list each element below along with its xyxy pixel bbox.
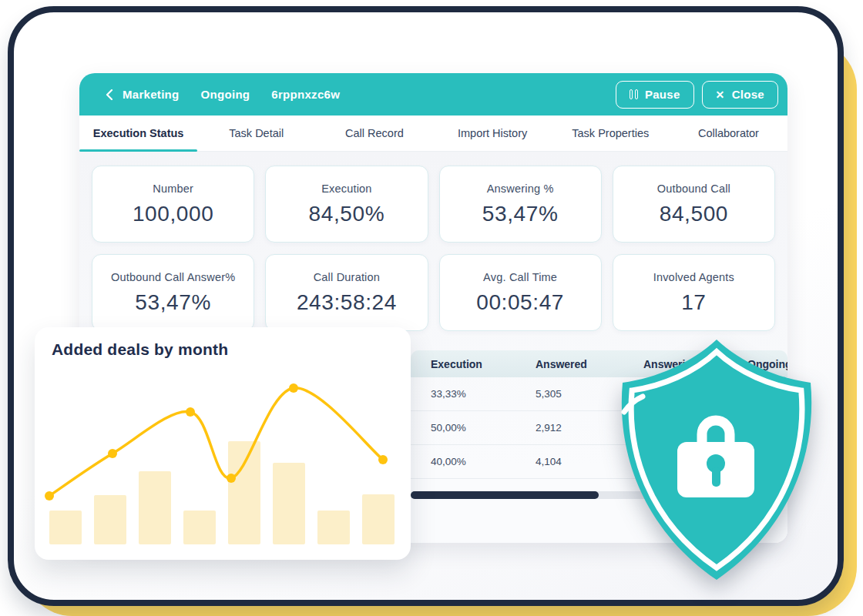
tab-bar: Execution Status Task Detail Call Record…	[79, 116, 787, 152]
tab-task-properties[interactable]: Task Properties	[552, 116, 670, 151]
tab-collaborator[interactable]: Collaborator	[670, 116, 787, 151]
chart-point	[108, 449, 117, 458]
chart-point	[45, 491, 54, 500]
close-button[interactable]: ✕ Close	[702, 81, 778, 109]
tab-task-detail[interactable]: Task Detail	[197, 116, 315, 151]
cell: 2,912	[515, 422, 623, 434]
scrollbar-thumb[interactable]	[411, 491, 599, 499]
pause-button[interactable]: Pause	[616, 81, 694, 109]
cell: 50,00%	[411, 422, 515, 434]
cell: 4,104	[515, 456, 623, 467]
stat-label: Outbound Call	[657, 182, 730, 195]
cell: 33,33%	[411, 388, 515, 400]
stat-label: Execution	[321, 182, 371, 195]
stat-card-execution: Execution 84,50%	[265, 166, 428, 243]
cell: 5,305	[515, 388, 623, 400]
task-id: 6rppnxzc6w	[271, 88, 340, 101]
col-answered: Answered	[515, 358, 623, 370]
stat-value: 00:05:47	[476, 290, 564, 315]
stat-label: Call Duration	[314, 271, 380, 283]
stat-value: 100,000	[133, 202, 213, 226]
header-actions: Pause ✕ Close	[616, 81, 781, 109]
tab-execution-status[interactable]: Execution Status	[79, 116, 197, 151]
shield-lock-icon	[611, 336, 822, 583]
stat-card-outbound-answer: Outbound Call Answer% 53,47%	[92, 254, 254, 331]
close-label: Close	[732, 88, 764, 101]
stat-value: 243:58:24	[297, 290, 397, 315]
stat-card-number: Number 100,000	[92, 166, 254, 243]
back-button[interactable]: Marketing	[106, 88, 180, 101]
stat-label: Answering %	[487, 182, 554, 195]
col-execution: Execution	[411, 358, 515, 370]
status-badge: Ongoing	[201, 88, 250, 101]
stat-value: 84,50%	[309, 202, 385, 226]
cell: 40,00%	[411, 456, 515, 467]
pause-label: Pause	[645, 88, 680, 101]
chart-point	[289, 383, 298, 393]
pause-bars-icon	[630, 89, 638, 99]
stat-card-outbound-call: Outbound Call 84,500	[613, 166, 775, 243]
stat-value: 53,47%	[482, 202, 559, 226]
stat-card-answering: Answering % 53,47%	[439, 166, 602, 243]
stat-value: 53,47%	[135, 290, 211, 315]
page: Marketing Ongoing 6rppnxzc6w Pause ✕ Clo…	[0, 0, 863, 616]
stat-card-avg-call-time: Avg. Call Time 00:05:47	[439, 254, 602, 331]
back-label: Marketing	[123, 88, 180, 101]
stat-label: Number	[153, 182, 193, 195]
stat-card-involved-agents: Involved Agents 17	[613, 254, 775, 331]
chart-trend-line	[35, 327, 411, 560]
chevron-left-icon	[106, 89, 113, 100]
stat-label: Outbound Call Answer%	[111, 271, 235, 283]
tab-call-record[interactable]: Call Record	[315, 116, 433, 151]
breadcrumb: Marketing Ongoing 6rppnxzc6w	[106, 88, 340, 101]
chart-card: Added deals by month	[35, 327, 411, 560]
stat-card-call-duration: Call Duration 243:58:24	[265, 254, 428, 331]
chart-point	[227, 474, 236, 483]
x-mark-icon: ✕	[716, 89, 725, 100]
tab-import-history[interactable]: Import History	[434, 116, 552, 151]
stat-value: 17	[681, 290, 706, 315]
chart-point	[186, 407, 195, 417]
window-header: Marketing Ongoing 6rppnxzc6w Pause ✕ Clo…	[79, 73, 787, 116]
stat-value: 84,500	[660, 202, 728, 226]
chart-point	[378, 455, 388, 464]
stat-label: Involved Agents	[653, 271, 734, 283]
stat-label: Avg. Call Time	[483, 271, 557, 283]
stat-grid: Number 100,000 Execution 84,50% Answerin…	[92, 166, 775, 331]
